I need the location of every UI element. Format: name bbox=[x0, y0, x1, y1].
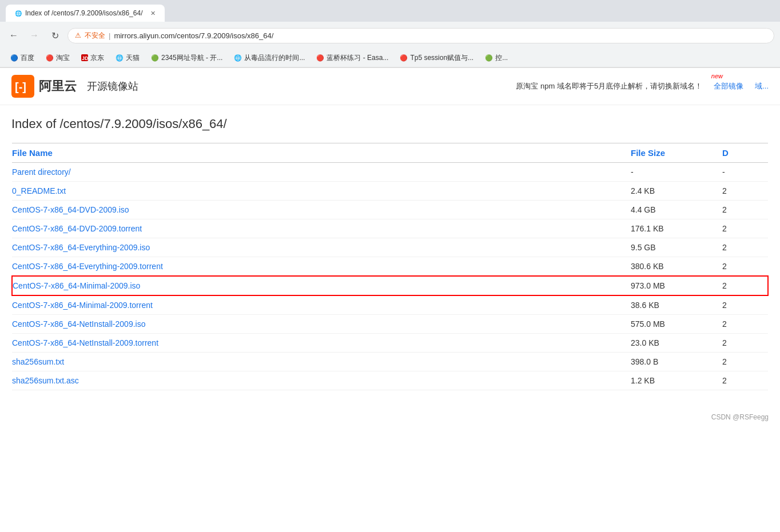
file-link[interactable]: CentOS-7-x86_64-NetInstall-2009.iso bbox=[12, 319, 145, 329]
tab-bar: 🌐 Index of /centos/7.9.2009/isos/x86_64/… bbox=[0, 0, 780, 22]
file-size-cell: 1.2 KB bbox=[631, 371, 722, 390]
file-link[interactable]: CentOS-7-x86_64-Minimal-2009.torrent bbox=[12, 301, 153, 310]
col-header-filesize: File Size bbox=[631, 143, 722, 163]
file-link[interactable]: sha256sum.txt bbox=[12, 357, 64, 366]
file-date-cell: 2 bbox=[722, 315, 768, 334]
file-name-cell: Parent directory/ bbox=[12, 163, 631, 182]
bookmark-tianmao[interactable]: 🌐 天猫 bbox=[111, 51, 144, 65]
2345-favicon: 🟢 bbox=[151, 54, 159, 62]
reload-button[interactable]: ↻ bbox=[47, 27, 63, 43]
table-row: CentOS-7-x86_64-NetInstall-2009.iso575.0… bbox=[12, 315, 768, 334]
table-row: 0_README.txt2.4 KB2 bbox=[12, 182, 768, 201]
header-notice: 原淘宝 npm 域名即将于5月底停止解析，请切换新域名！ 全部镜像 域... bbox=[516, 81, 769, 91]
file-link[interactable]: CentOS-7-x86_64-Minimal-2009.iso bbox=[13, 281, 140, 290]
file-link[interactable]: CentOS-7-x86_64-DVD-2009.torrent bbox=[12, 224, 142, 233]
bookmark-tp5-label: Tp5 session赋值与... bbox=[410, 53, 473, 63]
taobao-favicon: 🔴 bbox=[46, 54, 54, 62]
file-name-cell: CentOS-7-x86_64-NetInstall-2009.torrent bbox=[12, 334, 631, 353]
file-link[interactable]: CentOS-7-x86_64-DVD-2009.iso bbox=[12, 205, 129, 214]
file-link[interactable]: CentOS-7-x86_64-Everything-2009.torrent bbox=[12, 262, 163, 271]
bookmark-baidu[interactable]: 🔵 百度 bbox=[6, 51, 39, 65]
table-row: CentOS-7-x86_64-NetInstall-2009.torrent2… bbox=[12, 334, 768, 353]
file-link[interactable]: CentOS-7-x86_64-Everything-2009.iso bbox=[12, 243, 150, 252]
table-row: CentOS-7-x86_64-DVD-2009.torrent176.1 KB… bbox=[12, 219, 768, 238]
browser-chrome: 🌐 Index of /centos/7.9.2009/isos/x86_64/… bbox=[0, 0, 780, 68]
file-size-cell: 38.6 KB bbox=[631, 295, 722, 315]
bookmark-lanqiao[interactable]: 🔴 蓝桥杯练习 - Easa... bbox=[312, 51, 393, 65]
domain-link[interactable]: 域... bbox=[755, 81, 769, 91]
table-row: Parent directory/-- bbox=[12, 163, 768, 182]
file-name-cell: CentOS-7-x86_64-DVD-2009.torrent bbox=[12, 219, 631, 238]
forward-button[interactable]: → bbox=[26, 27, 42, 43]
site-subtitle: 开源镜像站 bbox=[87, 79, 138, 93]
page-content: [-] 阿里云 开源镜像站 原淘宝 npm 域名即将于5月底停止解析，请切换新域… bbox=[0, 68, 780, 468]
logo-area: [-] 阿里云 开源镜像站 bbox=[11, 75, 138, 98]
table-row: CentOS-7-x86_64-Everything-2009.iso9.5 G… bbox=[12, 238, 768, 257]
file-date-cell: 2 bbox=[722, 295, 768, 315]
bookmark-taobao-label: 淘宝 bbox=[56, 53, 70, 63]
file-name-cell: CentOS-7-x86_64-Everything-2009.torrent bbox=[12, 257, 631, 277]
bookmark-control[interactable]: 🟢 控... bbox=[480, 51, 512, 65]
full-mirror-link[interactable]: 全部镜像 bbox=[714, 81, 743, 91]
file-name-cell: 0_README.txt bbox=[12, 182, 631, 201]
svg-text:[-]: [-] bbox=[15, 81, 26, 93]
file-date-cell: 2 bbox=[722, 276, 768, 295]
file-size-cell: 973.0 MB bbox=[631, 276, 722, 295]
bookmarks-bar: 🔵 百度 🔴 淘宝 JD 京东 🌐 天猫 🟢 2345网址导航 - 开... 🌐… bbox=[0, 49, 780, 67]
tianmao-favicon: 🌐 bbox=[116, 54, 124, 62]
footer-watermark: CSDN @RSFeegg bbox=[0, 402, 780, 433]
aliyun-logo: [-] bbox=[11, 75, 34, 98]
tab-close-btn[interactable]: ✕ bbox=[150, 10, 156, 17]
bookmark-control-label: 控... bbox=[495, 53, 508, 63]
active-tab[interactable]: 🌐 Index of /centos/7.9.2009/isos/x86_64/… bbox=[6, 5, 165, 22]
table-row: CentOS-7-x86_64-Minimal-2009.torrent38.6… bbox=[12, 295, 768, 315]
svg-text:JD: JD bbox=[82, 55, 88, 61]
address-bar[interactable]: ⚠ 不安全 | mirrors.aliyun.com/centos/7.9.20… bbox=[67, 28, 774, 43]
file-name-cell: CentOS-7-x86_64-NetInstall-2009.iso bbox=[12, 315, 631, 334]
file-size-cell: 9.5 GB bbox=[631, 238, 722, 257]
file-date-cell: 2 bbox=[722, 257, 768, 277]
site-name: 阿里云 bbox=[39, 78, 77, 95]
url-display: mirrors.aliyun.com/centos/7.9.2009/isos/… bbox=[114, 31, 273, 40]
file-name-cell: CentOS-7-x86_64-Everything-2009.iso bbox=[12, 238, 631, 257]
tp5-favicon: 🔴 bbox=[400, 54, 408, 62]
table-row: sha256sum.txt.asc1.2 KB2 bbox=[12, 371, 768, 390]
file-size-cell: 380.6 KB bbox=[631, 257, 722, 277]
file-name-cell: sha256sum.txt.asc bbox=[12, 371, 631, 390]
security-icon: ⚠ bbox=[75, 31, 81, 39]
file-link[interactable]: Parent directory/ bbox=[12, 167, 71, 177]
bookmark-drugs[interactable]: 🌐 从毒品流行的时间... bbox=[229, 51, 309, 65]
file-size-cell: 2.4 KB bbox=[631, 182, 722, 201]
file-date-cell: 2 bbox=[722, 353, 768, 371]
baidu-favicon: 🔵 bbox=[10, 54, 18, 62]
bookmark-jd[interactable]: JD 京东 bbox=[77, 51, 109, 65]
file-name-cell: sha256sum.txt bbox=[12, 353, 631, 371]
bookmark-lanqiao-label: 蓝桥杯练习 - Easa... bbox=[327, 53, 388, 63]
file-date-cell: 2 bbox=[722, 182, 768, 201]
drugs-favicon: 🌐 bbox=[234, 54, 242, 62]
bookmark-taobao[interactable]: 🔴 淘宝 bbox=[41, 51, 74, 65]
tab-favicon: 🌐 bbox=[15, 10, 22, 17]
file-date-cell: 2 bbox=[722, 371, 768, 390]
back-button[interactable]: ← bbox=[6, 27, 22, 43]
table-row: CentOS-7-x86_64-DVD-2009.iso4.4 GB2 bbox=[12, 201, 768, 219]
file-link[interactable]: sha256sum.txt.asc bbox=[12, 376, 79, 385]
tab-title: Index of /centos/7.9.2009/isos/x86_64/ bbox=[25, 9, 142, 17]
file-link[interactable]: 0_README.txt bbox=[12, 186, 66, 195]
page-title: Index of /centos/7.9.2009/isos/x86_64/ bbox=[11, 117, 769, 131]
file-link[interactable]: CentOS-7-x86_64-NetInstall-2009.torrent bbox=[12, 338, 158, 347]
insecure-label: 不安全 bbox=[85, 31, 105, 41]
file-size-cell: 575.0 MB bbox=[631, 315, 722, 334]
table-row: sha256sum.txt398.0 B2 bbox=[12, 353, 768, 371]
file-size-cell: 176.1 KB bbox=[631, 219, 722, 238]
bookmark-tianmao-label: 天猫 bbox=[126, 53, 140, 63]
bookmark-2345[interactable]: 🟢 2345网址导航 - 开... bbox=[146, 51, 227, 65]
file-size-cell: 23.0 KB bbox=[631, 334, 722, 353]
file-date-cell: - bbox=[722, 163, 768, 182]
file-size-cell: 4.4 GB bbox=[631, 201, 722, 219]
site-header: [-] 阿里云 开源镜像站 原淘宝 npm 域名即将于5月底停止解析，请切换新域… bbox=[0, 68, 780, 105]
file-table: File Name File Size D Parent directory/-… bbox=[11, 143, 769, 390]
new-badge: new bbox=[711, 73, 723, 79]
bookmark-tp5[interactable]: 🔴 Tp5 session赋值与... bbox=[395, 51, 478, 65]
col-header-filename: File Name bbox=[12, 143, 631, 163]
